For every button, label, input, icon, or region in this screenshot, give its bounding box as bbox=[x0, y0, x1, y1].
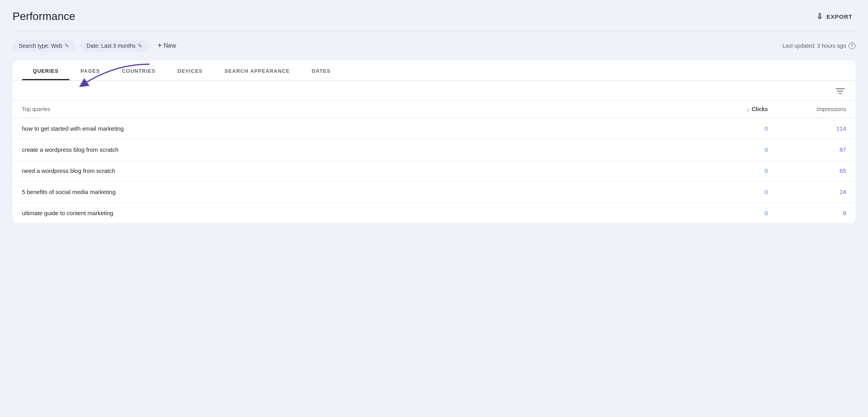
tab-devices[interactable]: DEVICES bbox=[166, 60, 213, 80]
new-button[interactable]: + New bbox=[153, 39, 180, 52]
sort-arrow-icon: ↓ bbox=[747, 106, 749, 112]
date-filter[interactable]: Date: Last 3 months ✎ bbox=[80, 40, 149, 52]
new-label: New bbox=[164, 42, 176, 49]
search-type-filter[interactable]: Search type: Web ✎ bbox=[13, 40, 76, 52]
clicks-value: 0 bbox=[690, 189, 768, 195]
export-button[interactable]: ⇩ EXPORT bbox=[813, 9, 855, 23]
main-card: QUERIES PAGES COUNTRIES DEVICES SEARCH A… bbox=[13, 60, 855, 223]
clicks-value: 0 bbox=[690, 146, 768, 153]
plus-icon: + bbox=[157, 41, 162, 50]
page-title: Performance bbox=[13, 10, 75, 23]
tab-devices-label: DEVICES bbox=[177, 68, 202, 74]
query-text: create a wordpress blog from scratch bbox=[22, 146, 690, 153]
date-label: Date: Last 3 months bbox=[86, 43, 135, 49]
table-filter-icon bbox=[836, 88, 845, 95]
tab-countries-label: COUNTRIES bbox=[122, 68, 156, 74]
clicks-header[interactable]: ↓ Clicks bbox=[690, 106, 768, 112]
tab-queries-label: QUERIES bbox=[33, 68, 59, 74]
table-header: Top queries ↓ Clicks Impressions bbox=[13, 101, 855, 118]
table-row[interactable]: 5 benefits of social media marketing 0 2… bbox=[13, 182, 855, 203]
clicks-value: 0 bbox=[690, 125, 768, 132]
filter-bar: Search type: Web ✎ Date: Last 3 months ✎… bbox=[13, 39, 855, 52]
tab-countries[interactable]: COUNTRIES bbox=[111, 60, 167, 80]
clicks-value: 0 bbox=[690, 167, 768, 174]
tab-navigation: QUERIES PAGES COUNTRIES DEVICES SEARCH A… bbox=[13, 60, 855, 81]
tab-queries[interactable]: QUERIES bbox=[22, 60, 70, 80]
table-row[interactable]: need a wordpress blog from scratch 0 65 bbox=[13, 160, 855, 182]
edit-date-icon: ✎ bbox=[138, 43, 142, 49]
export-label: EXPORT bbox=[827, 13, 852, 20]
last-updated-text: Last updated: 3 hours ago bbox=[782, 43, 846, 49]
export-icon: ⇩ bbox=[816, 12, 823, 21]
table-row[interactable]: how to get started with email marketing … bbox=[13, 118, 855, 139]
impressions-value: 24 bbox=[768, 189, 846, 195]
tab-dates-label: DATES bbox=[312, 68, 331, 74]
query-text: 5 benefits of social media marketing bbox=[22, 189, 690, 195]
clicks-label: Clicks bbox=[752, 106, 768, 112]
impressions-value: 114 bbox=[768, 125, 846, 132]
clicks-value: 0 bbox=[690, 210, 768, 216]
impressions-value: 65 bbox=[768, 167, 846, 174]
impressions-value: 87 bbox=[768, 146, 846, 153]
tab-pages[interactable]: PAGES bbox=[70, 60, 111, 80]
tab-dates[interactable]: DATES bbox=[301, 60, 342, 80]
tab-search-appearance-label: SEARCH APPEARANCE bbox=[225, 68, 290, 74]
impressions-value: 9 bbox=[768, 210, 846, 216]
top-queries-label: Top queries bbox=[22, 106, 690, 112]
query-text: need a wordpress blog from scratch bbox=[22, 167, 690, 174]
tab-pages-label: PAGES bbox=[81, 68, 100, 74]
impressions-header[interactable]: Impressions bbox=[768, 106, 846, 112]
query-text: ultimate guide to content marketing bbox=[22, 210, 690, 216]
table-toolbar bbox=[13, 81, 855, 101]
tab-search-appearance[interactable]: SEARCH APPEARANCE bbox=[214, 60, 301, 80]
table-filter-button[interactable] bbox=[833, 86, 848, 96]
last-updated: Last updated: 3 hours ago ? bbox=[782, 42, 855, 49]
table-row[interactable]: ultimate guide to content marketing 0 9 bbox=[13, 203, 855, 223]
table-row[interactable]: create a wordpress blog from scratch 0 8… bbox=[13, 139, 855, 160]
search-type-label: Search type: Web bbox=[19, 43, 62, 49]
header-divider bbox=[13, 31, 855, 31]
edit-search-type-icon: ✎ bbox=[65, 43, 69, 49]
query-text: how to get started with email marketing bbox=[22, 125, 690, 132]
help-icon[interactable]: ? bbox=[848, 42, 855, 49]
table-body: how to get started with email marketing … bbox=[13, 118, 855, 223]
